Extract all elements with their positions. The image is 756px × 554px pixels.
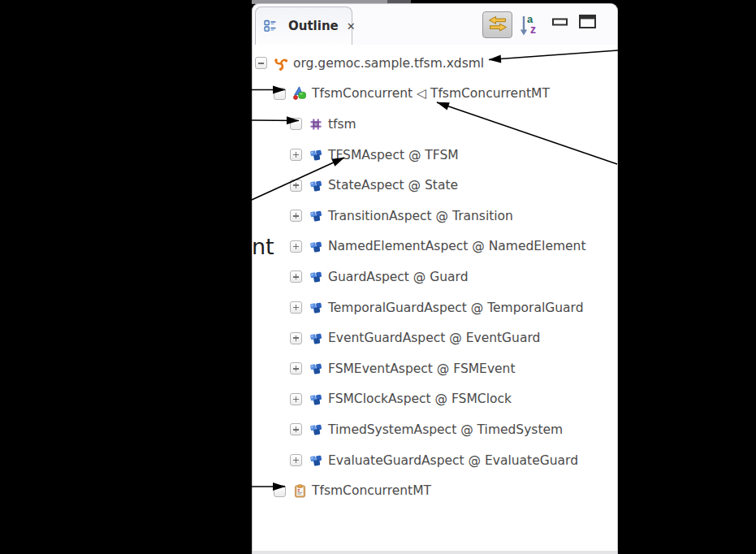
tree-expander[interactable] [290,301,302,314]
aspect-icon [309,331,323,345]
aspect-icon [309,148,323,162]
tree-row[interactable]: EventGuardAspect @ EventGuard [253,322,617,353]
aspect-icon [309,178,323,193]
tree-row[interactable]: EvaluateGuardAspect @ EvaluateGuard [253,445,617,476]
minimize-icon [551,16,569,30]
tree-row[interactable]: TemporalGuardAspect @ TemporalGuard [253,292,617,323]
tree-row[interactable]: TfsmConcurrentMT [253,475,617,506]
close-icon[interactable]: ✕ [347,20,356,32]
link-with-editor-button[interactable] [482,11,512,38]
maximize-icon [578,14,598,32]
tree-row[interactable]: StateAspect @ State [253,170,617,201]
tree-row[interactable]: NamedElementAspect @ NamedElement [253,232,617,262]
tree-row[interactable]: tfsm [253,109,617,140]
tree-row[interactable]: TransitionAspect @ Transition [253,201,617,232]
tree-row[interactable]: GuardAspect @ Guard [253,262,617,292]
tree-row-label: tfsm [328,117,356,132]
tree-expander[interactable] [290,271,302,283]
tree-row-label: TimedSystemAspect @ TimedSystem [328,422,563,437]
language-icon [292,86,307,101]
aspect-icon [309,392,323,406]
aspect-icon [309,270,323,284]
tree-row-label: TFSMAspect @ TFSM [328,148,459,162]
tree-expander[interactable] [290,362,302,374]
sort-az-icon: a z [518,12,541,40]
tree-row-label: TfsmConcurrentMT [312,483,431,498]
minimize-button[interactable] [551,17,569,28]
tree-row-label: FSMEventAspect @ FSMEvent [328,361,516,376]
tree-expander[interactable] [290,393,302,405]
tree-row[interactable]: TfsmConcurrent ◁ TfsmConcurrentMT [253,79,617,110]
outline-view-panel: Outline ✕ a z [252,3,618,554]
clipboard-icon [292,483,307,498]
aspect-icon [309,422,323,437]
sort-letter-z: z [530,23,536,36]
tree-row[interactable]: TimedSystemAspect @ TimedSystem [253,414,617,445]
tree-expander[interactable] [290,423,302,435]
outline-view-icon [263,19,278,33]
panel-bottom-border [253,551,617,554]
tree-expander[interactable] [290,454,302,466]
aspect-icon [309,301,323,315]
tree-row-label: TransitionAspect @ Transition [328,209,513,223]
tree-row-label: TemporalGuardAspect @ TemporalGuard [328,301,584,315]
tree-row-label: GuardAspect @ Guard [328,270,469,284]
tree-expander[interactable] [290,149,302,161]
annotation-text-fragment: nt [252,234,274,259]
view-title: Outline [288,19,339,33]
aspect-icon [309,453,323,468]
tree-expander[interactable] [290,210,302,222]
package-icon [309,117,323,132]
view-header: Outline ✕ a z [253,4,617,45]
tree-row[interactable]: FSMClockAspect @ FSMClock [253,384,617,415]
tree-expander[interactable] [274,88,286,100]
outline-tree: org.gemoc.sample.tfsm.xdsml TfsmConcurre… [253,45,617,506]
tree-row-label: StateAspect @ State [328,178,458,193]
tree-expander[interactable] [290,240,302,253]
tab-outline[interactable]: Outline ✕ [255,6,352,45]
tree-row[interactable]: TFSMAspect @ TFSM [253,140,617,171]
tree-expander[interactable] [274,485,286,497]
tree-row-label: NamedElementAspect @ NamedElement [328,239,586,253]
gemoc-xdsml-icon [274,56,288,71]
screenshot-stage: Outline ✕ a z [0,0,756,554]
tree-expander[interactable] [255,57,267,69]
tree-row-label: FSMClockAspect @ FSMClock [328,392,512,406]
aspect-icon [309,239,323,253]
aspect-icon [309,209,323,223]
tree-row-label: EvaluateGuardAspect @ EvaluateGuard [328,453,578,468]
tree-row[interactable]: org.gemoc.sample.tfsm.xdsml [253,48,617,79]
tree-row-label: TfsmConcurrent ◁ TfsmConcurrentMT [312,86,550,101]
sort-button[interactable]: a z [518,12,541,39]
tree-expander[interactable] [290,332,302,344]
link-with-editor-icon [488,15,508,35]
tree-row-label: org.gemoc.sample.tfsm.xdsml [293,56,484,71]
maximize-button[interactable] [578,15,598,30]
tree-expander[interactable] [290,180,302,192]
tree-row-label: EventGuardAspect @ EventGuard [328,331,540,345]
tree-expander[interactable] [290,118,302,130]
tree-row[interactable]: FSMEventAspect @ FSMEvent [253,353,617,384]
aspect-icon [309,361,323,376]
